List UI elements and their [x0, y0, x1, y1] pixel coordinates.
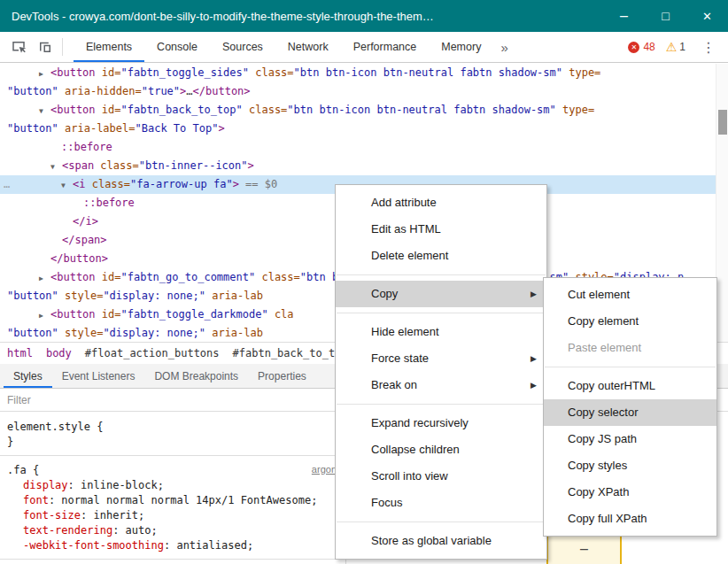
- inspect-element-button[interactable]: [5, 35, 32, 59]
- menu-item-label: Copy full XPath: [568, 512, 647, 525]
- expand-arrow-icon[interactable]: ▶: [39, 306, 50, 325]
- maximize-button[interactable]: □: [645, 0, 686, 32]
- menu-item-delete-element[interactable]: Delete element: [336, 243, 546, 269]
- tab-elements[interactable]: Elements: [74, 32, 144, 62]
- css-property[interactable]: font-size: inherit;: [0, 508, 345, 523]
- rule-selector[interactable]: .fa {: [0, 463, 345, 478]
- breadcrumb-item[interactable]: html: [7, 347, 33, 359]
- menu-item-copy-js-path[interactable]: Copy JS path: [544, 426, 716, 452]
- code-segment-val: "btn btn-icon btn-neutral fabtn shadow-s…: [294, 66, 562, 79]
- window-title: DevTools - crowya.com/dont-be-silly-to-m…: [0, 10, 603, 23]
- menu-item-cut-element[interactable]: Cut element: [544, 282, 716, 308]
- menu-item-copy-full-xpath[interactable]: Copy full XPath: [544, 506, 716, 532]
- menu-item-add-attribute[interactable]: Add attribute: [336, 189, 546, 216]
- tab-styles[interactable]: Styles: [4, 364, 52, 388]
- code-segment-tag: <button: [50, 271, 96, 283]
- tree-row[interactable]: ▶<button id="fabtn_toggle_sides" class="…: [0, 64, 728, 82]
- tab-dom-breakpoints[interactable]: DOM Breakpoints: [144, 364, 248, 388]
- menu-item-label: Copy element: [568, 314, 639, 328]
- warning-badge[interactable]: ⚠ 1: [666, 41, 685, 53]
- tab-performance[interactable]: Performance: [341, 32, 430, 62]
- code-segment-attr: aria-lab: [205, 327, 263, 339]
- expand-arrow-icon[interactable]: ▶: [39, 269, 50, 288]
- collapse-arrow-icon[interactable]: ▼: [39, 102, 50, 120]
- code-segment-val: "fabtn_toggle_sides": [120, 66, 249, 79]
- tab-properties[interactable]: Properties: [248, 364, 316, 388]
- expand-arrow-icon[interactable]: ▶: [39, 65, 50, 83]
- code-segment-tag: <button: [50, 104, 96, 116]
- tree-row[interactable]: ▼<span class="btn-inner--icon">: [0, 157, 728, 175]
- minimize-button[interactable]: –: [603, 0, 645, 32]
- menu-item-label: Store as global variable: [371, 534, 492, 547]
- minimize-icon: –: [620, 9, 628, 23]
- stylesheet-link[interactable]: argon: [312, 464, 337, 475]
- close-button[interactable]: ✕: [686, 0, 728, 32]
- style-filter-input[interactable]: [0, 394, 266, 406]
- code-segment-tag: >: [218, 122, 224, 135]
- tab-event-listeners[interactable]: Event Listeners: [52, 364, 145, 388]
- code-segment-tag: </button>: [50, 252, 108, 265]
- menu-item-label: Scroll into view: [371, 469, 448, 483]
- code-segment-val: "display: none;": [103, 327, 205, 339]
- css-property[interactable]: font: normal normal normal 14px/1 FontAw…: [0, 493, 345, 508]
- tree-row[interactable]: ▼<button id="fabtn_back_to_top" class="b…: [0, 101, 728, 120]
- code-segment-attr: aria-label=: [58, 122, 136, 135]
- menu-item-copy-outerhtml[interactable]: Copy outerHTML: [544, 373, 716, 399]
- breadcrumb-item[interactable]: #fabtn_back_to_top: [233, 347, 348, 359]
- tree-row[interactable]: "button" aria-label="Back To Top">: [0, 120, 728, 138]
- css-property[interactable]: display: inline-block;: [0, 478, 345, 493]
- breadcrumb-item[interactable]: body: [46, 347, 72, 359]
- style-rule: element.style {}: [0, 413, 345, 456]
- menu-item-expand-recursively[interactable]: Expand recursively: [336, 410, 546, 437]
- menu-item-force-state[interactable]: Force state▶: [336, 345, 546, 372]
- code-segment-val: "fabtn_go_to_comment": [120, 271, 255, 283]
- menu-item-copy-element[interactable]: Copy element: [544, 308, 716, 335]
- menu-item-copy-selector[interactable]: Copy selector: [544, 399, 716, 426]
- more-actions-icon[interactable]: …: [4, 175, 11, 194]
- code-segment-attr: id=: [96, 104, 121, 116]
- rule-selector[interactable]: element.style {: [0, 420, 345, 435]
- menu-item-label: Add attribute: [371, 196, 437, 209]
- menu-item-hide-element[interactable]: Hide element: [336, 319, 546, 345]
- tab-sources[interactable]: Sources: [210, 32, 275, 62]
- css-property[interactable]: text-rendering: auto;: [0, 523, 345, 538]
- error-badge[interactable]: ✕ 48: [628, 41, 654, 53]
- devtools-toolbar: ElementsConsoleSourcesNetworkPerformance…: [0, 32, 728, 63]
- devtools-menu-icon[interactable]: ⋮: [696, 39, 721, 56]
- tab-console[interactable]: Console: [144, 32, 210, 62]
- code-segment-val: "button": [7, 327, 58, 339]
- menu-item-label: Cut element: [568, 288, 630, 301]
- menu-separator: [337, 313, 546, 313]
- scrollbar[interactable]: [716, 64, 728, 342]
- breadcrumb-item[interactable]: #float_action_buttons: [85, 347, 220, 359]
- scrollbar-thumb[interactable]: [718, 110, 727, 135]
- menu-item-copy[interactable]: Copy▶: [336, 281, 546, 307]
- menu-item-edit-as-html[interactable]: Edit as HTML: [336, 216, 546, 243]
- inspect-icon: [11, 39, 27, 55]
- style-rules-column: element.style {}.fa {argondisplay: inlin…: [0, 413, 346, 564]
- tab-memory[interactable]: Memory: [429, 32, 493, 62]
- menu-item-scroll-into-view[interactable]: Scroll into view: [336, 463, 546, 490]
- menu-item-break-on[interactable]: Break on▶: [336, 372, 546, 398]
- menu-item-collapse-children[interactable]: Collapse children: [336, 437, 546, 463]
- menu-item-label: Paste element: [568, 341, 641, 354]
- tree-row[interactable]: "button" aria-hidden="true">…</button>: [0, 82, 728, 101]
- tree-row[interactable]: ::before: [0, 138, 728, 157]
- menu-item-store-as-global-variable[interactable]: Store as global variable: [336, 528, 546, 554]
- submenu-arrow-icon: ▶: [531, 281, 537, 307]
- device-toolbar-button[interactable]: [32, 35, 58, 59]
- menu-item-copy-styles[interactable]: Copy styles: [544, 452, 716, 479]
- menu-item-label: Expand recursively: [371, 416, 469, 429]
- code-segment-attr: style=: [58, 327, 104, 339]
- toolbar-divider: [62, 38, 63, 56]
- submenu-arrow-icon: ▶: [531, 345, 537, 372]
- tab-network[interactable]: Network: [275, 32, 341, 62]
- collapse-arrow-icon[interactable]: ▼: [61, 176, 73, 195]
- css-property[interactable]: -webkit-font-smoothing: antialiased;: [0, 538, 345, 553]
- menu-item-focus[interactable]: Focus: [336, 490, 546, 516]
- collapse-arrow-icon[interactable]: ▼: [50, 158, 62, 176]
- more-panels-icon[interactable]: »: [493, 40, 515, 55]
- menu-item-copy-xpath[interactable]: Copy XPath: [544, 479, 716, 506]
- code-segment-tag: >: [233, 178, 239, 190]
- code-segment-attr: id=: [96, 66, 121, 79]
